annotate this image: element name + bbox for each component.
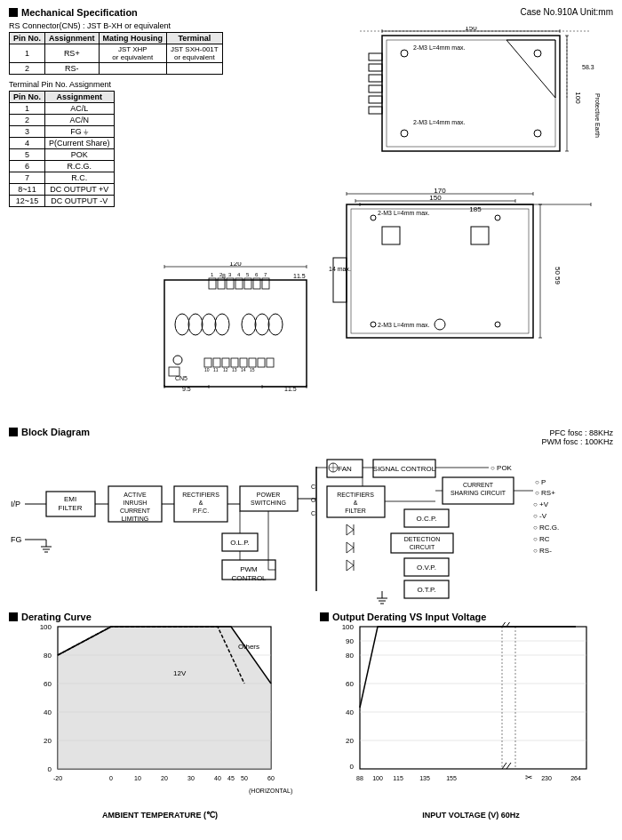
svg-text:○ RC.G.: ○ RC.G. [533, 524, 559, 532]
svg-text:30: 30 [187, 775, 195, 781]
svg-text:FAN: FAN [338, 465, 352, 473]
svg-text:13: 13 [232, 367, 237, 372]
svg-text:○ +V: ○ +V [533, 500, 549, 508]
svg-text:80: 80 [44, 652, 52, 660]
output-title: Output Derating VS Input Voltage [332, 612, 486, 622]
svg-text:○ RS-: ○ RS- [533, 547, 552, 555]
svg-text:10: 10 [204, 367, 210, 372]
svg-text:90: 90 [346, 637, 354, 645]
svg-text:80: 80 [346, 652, 354, 660]
svg-text:CONTROL: CONTROL [231, 574, 267, 582]
svg-rect-86 [213, 358, 220, 367]
svg-text:40: 40 [346, 708, 354, 716]
connector-table: Pin No. Assignment Mating Housing Termin… [9, 32, 223, 75]
svg-point-84 [173, 356, 182, 364]
svg-text:○ RS+: ○ RS+ [535, 489, 555, 497]
svg-point-78 [188, 314, 203, 335]
svg-text:264: 264 [570, 775, 581, 781]
table-row: 1AC/L [10, 103, 115, 115]
connector-area: RS Connector(CN5) : JST B-XH or equivale… [9, 21, 223, 75]
terminal-table: Pin No. Assignment 1AC/L 2AC/N 3FG ⏚ 4P(… [9, 91, 115, 207]
svg-text:135: 135 [419, 775, 430, 781]
svg-text:SWITCHING: SWITCHING [251, 500, 286, 506]
svg-rect-90 [249, 358, 256, 367]
mechanical-drawing-side: 170 150 2-M3 L=4mm max. 2-M3 L=4mm max. … [329, 187, 613, 400]
svg-text:○ -V: ○ -V [533, 512, 547, 520]
derating-square [9, 612, 18, 621]
svg-rect-3 [369, 64, 382, 71]
svg-rect-7 [369, 107, 382, 114]
connector-label: RS Connector(CN5) : JST B-XH or equivale… [9, 21, 223, 30]
svg-text:100: 100 [342, 623, 355, 631]
svg-text:7: 7 [264, 272, 267, 277]
svg-rect-40 [351, 209, 529, 333]
terminal-area: Terminal Pin No. Assignment Pin No. Assi… [9, 80, 223, 207]
svg-text:6: 6 [255, 272, 259, 277]
mechanical-section: Mechanical Specification RS Connector(CN… [9, 7, 223, 207]
svg-text:100: 100 [40, 623, 52, 631]
svg-rect-42 [471, 227, 489, 244]
svg-text:2-M3 L=4mm max.: 2-M3 L=4mm max. [413, 119, 466, 125]
svg-text:40: 40 [214, 775, 221, 781]
svg-text:2-M3 L=4mm max.: 2-M3 L=4mm max. [413, 44, 466, 51]
svg-point-80 [215, 314, 229, 335]
svg-text:2-M3 L=4mm max.: 2-M3 L=4mm max. [378, 210, 430, 216]
svg-text:12: 12 [223, 367, 228, 372]
svg-text:100: 100 [372, 775, 383, 781]
table-row: 4P(Current Share) [10, 138, 115, 149]
svg-text:&: & [199, 500, 203, 506]
svg-text:○ P: ○ P [535, 478, 546, 486]
connector-header-pin: Pin No. [10, 33, 45, 44]
svg-text:O.C.P.: O.C.P. [417, 515, 437, 523]
svg-text:0: 0 [109, 775, 113, 781]
svg-rect-223 [360, 627, 586, 769]
block-square [9, 428, 18, 436]
connector-header-housing: Mating Housing [99, 33, 167, 44]
table-row: 8~11DC OUTPUT +V [10, 184, 115, 196]
table-row: 2AC/N [10, 115, 115, 126]
connector-row-2: 2 RS- [10, 63, 223, 75]
svg-point-83 [268, 314, 283, 335]
svg-point-45 [371, 215, 376, 220]
svg-text:120: 120 [229, 262, 242, 268]
svg-text:88: 88 [356, 775, 363, 781]
svg-text:&: & [354, 500, 358, 506]
svg-text:FILTER: FILTER [59, 504, 83, 512]
svg-text:150: 150 [429, 194, 442, 202]
svg-rect-4 [369, 75, 382, 82]
svg-point-24 [401, 50, 408, 57]
case-info: Case No.910A Unit:mm [521, 7, 614, 17]
svg-text:O.T.P.: O.T.P. [417, 586, 435, 594]
connector-header-assign: Assignment [45, 33, 100, 44]
svg-point-43 [435, 319, 445, 330]
svg-text:○ POK: ○ POK [490, 464, 513, 472]
svg-text:O: O [311, 497, 316, 503]
svg-text:11.5: 11.5 [293, 273, 306, 279]
svg-text:C: C [311, 510, 315, 516]
svg-point-46 [495, 215, 500, 220]
svg-text:100: 100 [574, 92, 582, 104]
svg-text:Protective Earth: Protective Earth [594, 93, 601, 138]
svg-text:EMI: EMI [64, 495, 76, 503]
table-row: 12~15DC OUTPUT -V [10, 196, 115, 207]
svg-point-81 [242, 314, 256, 335]
svg-text:ACTIVE: ACTIVE [124, 492, 147, 498]
svg-text:O.L.P.: O.L.P. [230, 539, 250, 547]
svg-point-48 [495, 322, 500, 327]
svg-point-26 [401, 130, 408, 137]
block-title: Block Diagram [21, 427, 90, 437]
svg-text:2-M3 L=4mm max.: 2-M3 L=4mm max. [378, 322, 430, 328]
svg-text:50: 50 [241, 775, 248, 781]
derating-header: Derating Curve [9, 612, 92, 622]
svg-text:58.3: 58.3 [582, 64, 594, 70]
svg-marker-8 [506, 40, 555, 98]
table-row: 7R.C. [10, 172, 115, 184]
svg-rect-5 [369, 85, 382, 92]
svg-text:10: 10 [134, 775, 141, 781]
pfc-label: PFC fosc : 88KHz [541, 428, 613, 437]
svg-text:60: 60 [267, 775, 275, 781]
derating-chart: LOAD (%) 100 80 60 40 20 0 -20 0 10 20 3… [27, 622, 293, 809]
svg-point-27 [534, 130, 541, 137]
svg-text:14: 14 [241, 367, 246, 372]
svg-marker-187 [347, 560, 354, 571]
